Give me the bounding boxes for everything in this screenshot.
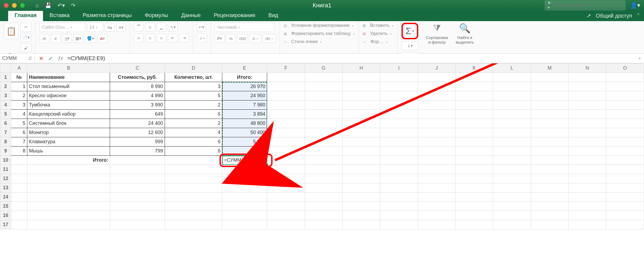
cell-K17[interactable]: [455, 220, 493, 229]
cell-N16[interactable]: [569, 211, 606, 220]
cell-C2[interactable]: 8 990: [110, 82, 165, 91]
tab-data[interactable]: Данные: [175, 10, 207, 21]
cell-A3[interactable]: 2: [11, 91, 27, 100]
cell-B9[interactable]: Мышь: [27, 146, 110, 156]
cell-G10[interactable]: [305, 156, 342, 165]
accept-formula-button[interactable]: ✓: [48, 55, 53, 62]
row-header-2[interactable]: 2: [0, 82, 11, 91]
cell-A17[interactable]: [11, 220, 27, 229]
font-size-select[interactable]: 14: [87, 23, 103, 32]
cell-H1[interactable]: [343, 73, 380, 82]
cell-B10[interactable]: Итого:: [27, 156, 110, 165]
cell-O5[interactable]: [606, 110, 644, 119]
cell-J7[interactable]: [418, 128, 455, 137]
cell-I9[interactable]: [380, 146, 418, 156]
col-header-N[interactable]: N: [569, 64, 606, 73]
align-right-button[interactable]: ≡: [157, 34, 166, 42]
cell-D3[interactable]: 5: [165, 91, 222, 100]
cell-D16[interactable]: [165, 211, 222, 220]
cell-C15[interactable]: [110, 202, 165, 211]
cell-N6[interactable]: [569, 119, 606, 128]
insert-cells-button[interactable]: Вставить: [370, 23, 394, 28]
row-header-6[interactable]: 6: [0, 119, 11, 128]
cell-C13[interactable]: [110, 183, 165, 193]
cell-F9[interactable]: [267, 146, 305, 156]
cell-K11[interactable]: [455, 165, 493, 174]
sheet-search[interactable]: 🔍▾: [545, 0, 626, 11]
cell-C16[interactable]: [110, 211, 165, 220]
cell-E4[interactable]: 7 980: [222, 100, 267, 110]
cell-B8[interactable]: Клавиатура: [27, 137, 110, 146]
cell-G17[interactable]: [305, 220, 342, 229]
cell-F10[interactable]: [267, 156, 305, 165]
cell-D7[interactable]: 4: [165, 128, 222, 137]
cell-L13[interactable]: [493, 183, 531, 193]
cell-B7[interactable]: Монитор: [27, 128, 110, 137]
cell-A10[interactable]: [11, 156, 27, 165]
save-icon[interactable]: 💾: [45, 2, 52, 9]
share-icon[interactable]: ↗: [586, 12, 591, 19]
align-bottom-button[interactable]: ▁: [157, 23, 166, 31]
cell-O13[interactable]: [606, 183, 644, 193]
cell-D11[interactable]: [165, 165, 222, 174]
cell-I1[interactable]: [380, 73, 418, 82]
cell-K9[interactable]: [455, 146, 493, 156]
cell-J15[interactable]: [418, 202, 455, 211]
cell-M14[interactable]: [531, 193, 569, 202]
cell-G2[interactable]: [305, 82, 342, 91]
home-icon[interactable]: ⌂: [36, 2, 39, 9]
cell-L2[interactable]: [493, 82, 531, 91]
cell-A4[interactable]: 3: [11, 100, 27, 110]
cell-I17[interactable]: [380, 220, 418, 229]
cell-F15[interactable]: [267, 202, 305, 211]
align-left-button[interactable]: ≡: [134, 34, 144, 42]
cell-C11[interactable]: [110, 165, 165, 174]
cell-H11[interactable]: [343, 165, 380, 174]
italic-button[interactable]: К: [51, 34, 61, 43]
cell-G11[interactable]: [305, 165, 342, 174]
cell-D17[interactable]: [165, 220, 222, 229]
cell-A5[interactable]: 4: [11, 110, 27, 119]
cell-L10[interactable]: [493, 156, 531, 165]
decrease-indent-button[interactable]: ⇤: [168, 34, 178, 42]
cell-O17[interactable]: [606, 220, 644, 229]
cell-C4[interactable]: 3 990: [110, 100, 165, 110]
cell-O2[interactable]: [606, 82, 644, 91]
cell-K12[interactable]: [455, 174, 493, 183]
cell-D15[interactable]: [165, 202, 222, 211]
cell-H3[interactable]: [343, 91, 380, 100]
cell-L11[interactable]: [493, 165, 531, 174]
redo-icon[interactable]: ↷: [71, 2, 75, 9]
cell-O3[interactable]: [606, 91, 644, 100]
cell-F11[interactable]: [267, 165, 305, 174]
cell-F1[interactable]: [267, 73, 305, 82]
cell-G1[interactable]: [305, 73, 342, 82]
formula-bar-expand-icon[interactable]: ▾: [636, 56, 644, 60]
cell-E8[interactable]: 5 994: [222, 137, 267, 146]
cell-D13[interactable]: [165, 183, 222, 193]
row-header-4[interactable]: 4: [0, 100, 11, 110]
cell-M9[interactable]: [531, 146, 569, 156]
decrease-decimal-button[interactable]: .00→: [263, 34, 276, 43]
cell-A2[interactable]: 1: [11, 82, 27, 91]
row-header-1[interactable]: 1: [0, 73, 11, 82]
cell-F12[interactable]: [267, 174, 305, 183]
cell-K8[interactable]: [455, 137, 493, 146]
cell-O12[interactable]: [606, 174, 644, 183]
cell-K1[interactable]: [455, 73, 493, 82]
cell-I5[interactable]: [380, 110, 418, 119]
cell-J17[interactable]: [418, 220, 455, 229]
cell-B12[interactable]: [27, 174, 110, 183]
cell-I11[interactable]: [380, 165, 418, 174]
row-header-3[interactable]: 3: [0, 91, 11, 100]
font-name-select[interactable]: Calibri (Осн…: [39, 23, 85, 32]
cell-N7[interactable]: [569, 128, 606, 137]
cell-M4[interactable]: [531, 100, 569, 110]
cell-N10[interactable]: [569, 156, 606, 165]
cell-H15[interactable]: [343, 202, 380, 211]
cell-O1[interactable]: [606, 73, 644, 82]
cell-L3[interactable]: [493, 91, 531, 100]
cell-O14[interactable]: [606, 193, 644, 202]
cell-E6[interactable]: 48 800: [222, 119, 267, 128]
cell-C3[interactable]: 4 990: [110, 91, 165, 100]
